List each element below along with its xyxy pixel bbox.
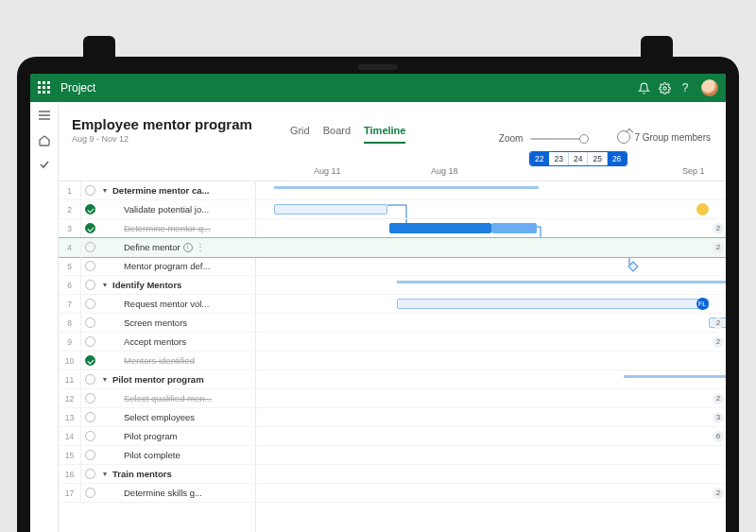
row-number: 3 (59, 219, 81, 237)
task-name: Validate potential jo... (124, 204, 209, 215)
timeline-axis: Aug 11Aug 18Sep 1Aug3dAug2223242526 (255, 149, 726, 180)
count-badge: 2 (711, 336, 726, 348)
count-badge: 2 (711, 317, 726, 329)
group-members-button[interactable]: 7 Group members (617, 130, 711, 144)
complete-toggle[interactable] (81, 280, 98, 290)
row-number: 15 (59, 446, 81, 464)
task-row[interactable]: 3Determine mentor q...2 (59, 219, 726, 238)
complete-toggle[interactable] (81, 412, 98, 422)
task-row[interactable]: 17Determine skills g...2 (59, 484, 726, 503)
view-grid[interactable]: Grid (290, 125, 310, 144)
task-name: Identify Mentors (112, 280, 181, 290)
row-number: 11 (59, 370, 81, 388)
check-icon[interactable] (37, 157, 52, 172)
task-name: Mentors identified (124, 355, 195, 366)
count-badge: 2 (711, 242, 726, 253)
zoom-label: Zoom (499, 133, 524, 144)
svg-point-0 (662, 86, 665, 89)
titlebar: Project ? (30, 74, 726, 102)
count-badge: 2 (711, 223, 726, 234)
left-rail (30, 102, 59, 532)
complete-toggle[interactable] (81, 393, 98, 403)
row-number: 7 (59, 295, 81, 313)
chevron-down-icon[interactable]: ▾ (100, 470, 110, 478)
task-row[interactable]: 9Accept mentors2 (59, 333, 726, 352)
task-name: Define mentor (124, 242, 180, 252)
chevron-down-icon[interactable]: ▾ (100, 281, 110, 289)
share-icon (617, 130, 630, 144)
complete-toggle[interactable] (81, 223, 98, 233)
task-row[interactable]: 2Validate potential jo... (59, 200, 726, 219)
assignee[interactable] (694, 203, 711, 215)
count-badge: 3 (711, 412, 726, 423)
task-name: Pilot complete (124, 450, 180, 460)
task-name: Screen mentors (124, 317, 187, 328)
complete-toggle[interactable] (81, 488, 98, 498)
row-number: 17 (59, 484, 81, 502)
settings-icon[interactable] (654, 77, 675, 98)
task-row[interactable]: 12Select qualified men...2 (59, 389, 726, 408)
task-name: Select employees (124, 412, 195, 422)
project-title: Employee mentor program (72, 116, 252, 132)
view-switcher: Grid Board Timeline (290, 125, 406, 144)
more-icon[interactable]: ⋮ (196, 246, 206, 249)
notifications-icon[interactable] (633, 77, 654, 98)
project-date-range: Aug 9 - Nov 12 (72, 134, 252, 144)
row-number: 8 (59, 314, 81, 332)
complete-toggle[interactable] (81, 355, 98, 366)
chevron-down-icon[interactable]: ▾ (100, 375, 110, 384)
project-header: Employee mentor program Aug 9 - Nov 12 G… (59, 102, 726, 144)
app-title: Project (60, 81, 95, 94)
help-icon[interactable]: ? (675, 77, 696, 98)
task-row[interactable]: 16▾Train mentors (59, 465, 726, 484)
complete-toggle[interactable] (81, 299, 98, 309)
zoom-control[interactable]: Zoom (499, 133, 590, 144)
complete-toggle[interactable] (81, 261, 98, 271)
task-row[interactable]: 8Screen mentors2 (59, 314, 726, 333)
complete-toggle[interactable] (81, 469, 98, 479)
complete-toggle[interactable] (81, 317, 98, 328)
complete-toggle[interactable] (81, 242, 98, 252)
task-row[interactable]: 7Request mentor vol...FL (59, 295, 726, 314)
complete-toggle[interactable] (81, 185, 98, 196)
row-number: 6 (59, 276, 81, 294)
row-number: 14 (59, 427, 81, 445)
task-name: Accept mentors (124, 336, 186, 347)
task-row[interactable]: 1▾Determine mentor ca... (59, 181, 726, 200)
view-board[interactable]: Board (323, 125, 351, 144)
chevron-down-icon[interactable]: ▾ (100, 186, 110, 195)
task-row[interactable]: 5Mentor program def... (59, 257, 726, 276)
row-number: 16 (59, 465, 81, 483)
info-icon[interactable]: i (183, 243, 193, 252)
complete-toggle[interactable] (81, 204, 98, 215)
complete-toggle[interactable] (81, 374, 98, 385)
zoom-slider[interactable] (530, 138, 589, 140)
home-icon[interactable] (37, 132, 52, 147)
row-number: 2 (59, 200, 81, 218)
row-number: 10 (59, 352, 81, 369)
row-number: 9 (59, 333, 81, 351)
task-row[interactable]: 4Define mentori⋮2 (59, 238, 726, 257)
task-name: Pilot program (124, 431, 178, 441)
task-row[interactable]: 14Pilot program6 (59, 427, 726, 446)
axis-label: Sep 1 (682, 166, 705, 176)
task-name: Select qualified men... (124, 393, 212, 403)
task-name: Pilot mentor program (112, 374, 204, 385)
task-row[interactable]: 10Mentors identified (59, 352, 726, 370)
complete-toggle[interactable] (81, 450, 98, 460)
date-range-picker[interactable]: Aug3dAug2223242526 (529, 151, 627, 166)
task-row[interactable]: 6▾Identify Mentors (59, 276, 726, 295)
axis-label: Aug 11 (314, 166, 341, 176)
complete-toggle[interactable] (81, 431, 98, 441)
task-row[interactable]: 11▾Pilot mentor program (59, 370, 726, 389)
app-launcher-icon[interactable] (38, 81, 51, 94)
menu-icon[interactable] (37, 108, 52, 123)
task-row[interactable]: 13Select employees3 (59, 408, 726, 427)
row-number: 4 (59, 238, 81, 256)
view-timeline[interactable]: Timeline (364, 125, 405, 144)
task-row[interactable]: 15Pilot complete (59, 446, 726, 465)
complete-toggle[interactable] (81, 336, 98, 347)
user-avatar[interactable] (701, 79, 718, 96)
assignee[interactable]: FL (694, 298, 711, 310)
task-name: Train mentors (112, 469, 172, 479)
